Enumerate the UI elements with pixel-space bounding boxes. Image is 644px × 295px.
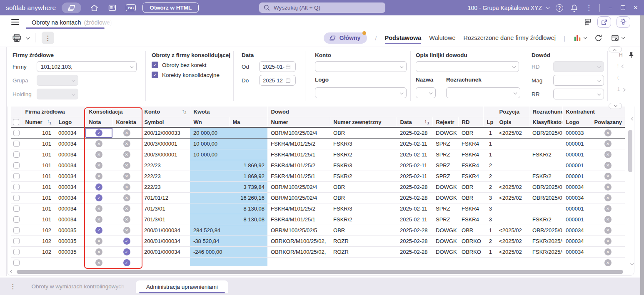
cell-korekta[interactable]: ✓ xyxy=(112,246,141,257)
cell-powiazany[interactable]: ✕ xyxy=(591,257,625,266)
row-checkbox[interactable] xyxy=(13,151,20,158)
cell-ma[interactable]: 8 130,08 xyxy=(229,214,267,225)
table-row[interactable]: 102 000035 ✕ ✓ 200/01/000034 -246 000,00… xyxy=(11,246,625,257)
group-header-konto[interactable]: Konto↑2 xyxy=(141,107,190,117)
cell-numer[interactable]: 102 xyxy=(22,225,55,236)
cell-opis[interactable] xyxy=(496,149,529,160)
cell-powiazany[interactable]: ✕ xyxy=(591,171,625,181)
cell-wn[interactable] xyxy=(190,181,229,192)
x-circle-icon[interactable]: ✕ xyxy=(95,205,102,212)
cell-numer[interactable]: 101 xyxy=(22,192,55,203)
search-input[interactable]: Wyszukaj (Alt + Q) xyxy=(259,2,385,13)
logo-combobox[interactable] xyxy=(315,87,407,98)
cell-numer-zewnetrzny[interactable]: OBR xyxy=(330,127,397,138)
share-button[interactable] xyxy=(597,16,611,28)
tab-rozszerzone-dane[interactable]: Rozszerzone dane firmy źródłowej xyxy=(463,29,556,47)
cell-powiazany[interactable]: ✕ xyxy=(591,138,625,149)
cell-symbol[interactable]: 222/23 xyxy=(141,181,190,192)
group-header-pozycja[interactable]: Pozycja xyxy=(483,107,529,117)
column-header-powiazany[interactable]: Powiązany xyxy=(591,117,625,127)
cell-rejestr[interactable]: SPRZ xyxy=(432,203,458,214)
check-circle-icon[interactable]: ✓ xyxy=(123,238,130,245)
cell-nota[interactable]: ✕ xyxy=(85,149,112,160)
cell-data[interactable]: 2025-02-28 xyxy=(397,236,432,246)
pin-icon[interactable] xyxy=(628,52,634,59)
cell-kontrahent-logo[interactable]: 000001 xyxy=(562,149,591,160)
cell-ma[interactable]: 3 739,84 xyxy=(229,181,267,192)
cell-numer[interactable]: 101 xyxy=(22,138,55,149)
cell-numer[interactable]: 101 xyxy=(22,160,55,171)
cell-opis[interactable] xyxy=(496,203,529,214)
cell-data[interactable]: 2025-02-11 xyxy=(397,214,432,225)
row-checkbox[interactable] xyxy=(13,173,20,179)
cell-opis[interactable] xyxy=(496,160,529,171)
x-circle-icon[interactable]: ✕ xyxy=(95,173,102,180)
column-header-lp[interactable]: Lp xyxy=(483,117,496,127)
help-button[interactable]: ? xyxy=(556,4,563,12)
column-header-data[interactable]: Data↑3 xyxy=(397,117,432,127)
cell-dowod-numer[interactable]: FSKR4/M101/25/1 xyxy=(267,149,330,160)
x-circle-icon[interactable]: ✕ xyxy=(604,194,612,201)
x-circle-icon[interactable]: ✕ xyxy=(95,248,102,255)
column-header-nota[interactable]: Nota xyxy=(85,117,112,127)
bottom-tab-obroty-w-wymiarach[interactable]: Obroty w wymiarach kontrolingowych xyxy=(26,278,130,295)
cell-data[interactable] xyxy=(397,257,432,266)
cell-klasyfikator[interactable]: OBR/2025/02 xyxy=(529,181,562,192)
row-checkbox[interactable] xyxy=(13,227,20,233)
cell-wn[interactable]: -38 520,84 xyxy=(190,236,229,246)
checkbox-obroty-bez-korekt[interactable]: ✓ Obroty bez korekt xyxy=(152,62,230,68)
cell-numer[interactable]: 101 xyxy=(22,171,55,181)
x-circle-icon[interactable]: ✕ xyxy=(604,140,612,147)
cell-symbol[interactable]: 200/3/000001 xyxy=(141,149,190,160)
cell-numer-zewnetrzny[interactable]: FSKR/3 xyxy=(330,138,397,149)
cell-numer-zewnetrzny[interactable]: FSKR/3 xyxy=(330,203,397,214)
cell-opis[interactable]: <2025/02 xyxy=(496,246,529,257)
column-header-numer-zewnetrzny[interactable]: Numer zewnętrzny xyxy=(330,117,397,127)
cell-numer-zewnetrzny[interactable]: OBR xyxy=(330,225,397,236)
cell-nota[interactable]: ✓ xyxy=(85,192,112,203)
cell-rejestr[interactable] xyxy=(432,257,458,266)
chevron-left-icon[interactable] xyxy=(622,65,625,68)
cell-klasyfikator[interactable]: OBR/2025/02 xyxy=(529,127,562,138)
cell-logo[interactable]: 000034 xyxy=(55,160,85,171)
cell-ma[interactable] xyxy=(229,236,267,246)
cell-lp[interactable]: 2 xyxy=(483,181,496,192)
cell-numer[interactable]: 101 xyxy=(22,149,55,160)
cell-numer-zewnetrzny[interactable]: ROZR xyxy=(330,236,397,246)
cell-dowod-numer[interactable]: FSKR4/M101/25/2 xyxy=(267,203,330,214)
cell-numer-zewnetrzny[interactable]: FSKR/3 xyxy=(330,160,397,171)
cell-dowod-numer[interactable]: OBR/M100/25/02/4 xyxy=(267,181,330,192)
cell-opis[interactable] xyxy=(496,257,529,266)
cell-lp[interactable]: 3 xyxy=(483,214,496,225)
cell-kontrahent-logo[interactable]: 000001 xyxy=(562,171,591,181)
cell-klasyfikator[interactable] xyxy=(529,138,562,149)
cell-symbol[interactable]: 200/12/000033 xyxy=(141,127,190,138)
column-header-kontrahent-logo[interactable]: Logo xyxy=(562,117,591,127)
x-circle-icon[interactable]: ✕ xyxy=(123,183,130,191)
column-header-logo[interactable]: Logo xyxy=(55,117,85,127)
cell-lp[interactable]: 3 xyxy=(483,203,496,214)
cell-rd[interactable]: FSKR4 xyxy=(458,149,483,160)
print-options-chevron-icon[interactable] xyxy=(26,35,30,40)
rozrachunek-combobox[interactable] xyxy=(446,87,520,98)
cell-numer-zewnetrzny[interactable]: OBR xyxy=(330,181,397,192)
cell-numer-zewnetrzny[interactable]: ROZR xyxy=(330,246,397,257)
cell-wn[interactable]: 10 000,00 xyxy=(190,149,229,160)
x-circle-icon[interactable]: ✕ xyxy=(604,259,612,266)
cell-kontrahent-logo[interactable]: 000001 xyxy=(562,160,591,171)
cell-korekta[interactable]: ✕ xyxy=(112,171,141,181)
window-maximize-button[interactable] xyxy=(621,5,625,10)
cell-numer-zewnetrzny[interactable]: OBR xyxy=(330,192,397,203)
cell-rd[interactable]: OBR xyxy=(458,127,483,138)
cell-data[interactable]: 2025-02-11 xyxy=(397,149,432,160)
checkbox-korekty-konsolidacyjne[interactable]: ✓ Korekty konsolidacyjne xyxy=(152,72,230,78)
chevron-right-icon[interactable] xyxy=(622,88,625,92)
cell-opis[interactable] xyxy=(496,138,529,149)
row-checkbox[interactable] xyxy=(13,130,20,136)
cell-dowod-numer[interactable]: FSKR4/M101/25/1 xyxy=(267,214,330,225)
cell-numer[interactable]: 101 xyxy=(22,214,55,225)
cell-ma[interactable] xyxy=(229,127,267,138)
cell-data[interactable]: 2025-02-11 xyxy=(397,203,432,214)
cell-ma[interactable] xyxy=(229,138,267,149)
x-circle-icon[interactable]: ✕ xyxy=(95,216,102,223)
